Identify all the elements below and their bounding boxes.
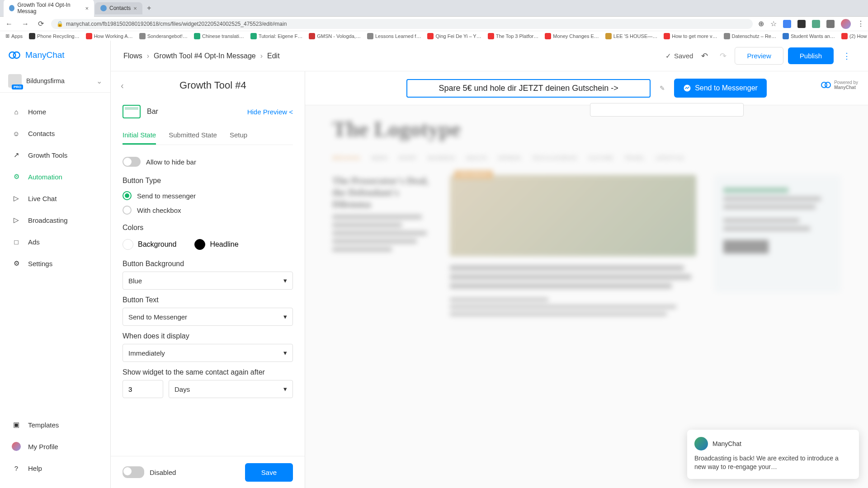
panel-body: Bar Hide Preview < Initial State Submitt… (111, 97, 305, 456)
tab-setup[interactable]: Setup (230, 127, 247, 145)
extension-icon[interactable] (783, 20, 791, 28)
preview-pane: ✎ Send to Messenger Powered by ManyChat (305, 71, 868, 488)
bar-thumb-icon (123, 105, 141, 118)
templates-icon: ▣ (12, 420, 21, 429)
bookmark-item[interactable]: Phone Recycling… (29, 33, 80, 39)
nav-help[interactable]: ?Help (0, 457, 110, 479)
background-color-picker[interactable]: Background (123, 239, 176, 250)
preview-button[interactable]: Preview (735, 47, 783, 65)
nav-home[interactable]: ⌂Home (0, 101, 110, 122)
bookmark-item[interactable]: How Working A… (86, 33, 133, 39)
favicon-icon (9, 5, 14, 11)
button-bg-select[interactable]: Blue ▾ (123, 272, 293, 290)
fake-site-title: The Logotype (332, 117, 841, 141)
nav-growth-tools[interactable]: ↗Growth Tools (0, 144, 110, 166)
zoom-icon[interactable]: ⊕ (758, 19, 764, 28)
sidebar: ManyChat PRO Bildungsfirma ⌄ ⌂Home ☺Cont… (0, 41, 111, 488)
hide-preview-button[interactable]: Hide Preview < (247, 108, 293, 116)
manychat-logo-icon (8, 49, 21, 61)
redo-button: ↷ (716, 49, 730, 63)
extension-icon[interactable] (826, 20, 835, 28)
radio-send-messenger[interactable]: Send to messenger (123, 188, 293, 203)
headline-color-picker[interactable]: Headline (194, 239, 238, 250)
show-again-row: Days ▾ (123, 380, 293, 398)
widget-type-label: Bar (147, 108, 241, 116)
nav-settings[interactable]: ⚙Settings (0, 253, 110, 274)
nav-ads[interactable]: □Ads (0, 231, 110, 253)
manychat-logo-icon (821, 80, 831, 90)
tab-title: Contacts (109, 5, 131, 11)
nav-live-chat[interactable]: ▷Live Chat (0, 188, 110, 209)
bookmark-item[interactable]: LEE 'S HOUSE—… (605, 33, 657, 39)
notification-toast[interactable]: ManyChat Broadcasting is back! We are ex… (687, 430, 859, 479)
publish-button[interactable]: Publish (788, 47, 834, 64)
toast-header: ManyChat (694, 437, 852, 450)
breadcrumb[interactable]: Flows (123, 52, 142, 60)
apps-icon[interactable]: ⊞ Apps (5, 33, 23, 39)
profile-avatar[interactable] (841, 19, 851, 29)
headline-input[interactable] (406, 79, 651, 98)
extension-icon[interactable] (812, 20, 820, 28)
tab-bar: Growth Tool #4 Opt-In Messag × Contacts … (0, 0, 868, 16)
color-swatch (194, 239, 205, 250)
disabled-label: Disabled (150, 469, 176, 476)
nav-broadcasting[interactable]: ▷Broadcasting (0, 209, 110, 231)
messenger-icon (683, 84, 691, 92)
bookmark-item[interactable]: How to get more v… (664, 33, 717, 39)
tab-submitted-state[interactable]: Submitted State (169, 127, 217, 145)
reload-icon[interactable]: ⟳ (36, 19, 46, 29)
nav-automation[interactable]: ⚙Automation (0, 166, 110, 188)
nav-contacts[interactable]: ☺Contacts (0, 122, 110, 144)
tab-initial-state[interactable]: Initial State (123, 127, 156, 145)
show-again-unit-select[interactable]: Days ▾ (169, 380, 293, 398)
back-button[interactable]: ‹ (121, 80, 124, 91)
autocomplete-dropdown[interactable] (590, 103, 744, 117)
logo[interactable]: ManyChat (0, 41, 110, 70)
undo-button[interactable]: ↶ (698, 49, 712, 63)
account-selector[interactable]: PRO Bildungsfirma ⌄ (0, 70, 110, 93)
contacts-icon: ☺ (12, 129, 21, 138)
bookmark-item[interactable]: Sonderangebot!… (139, 33, 188, 39)
more-icon[interactable]: ⋮ (838, 48, 855, 64)
save-button[interactable]: Save (245, 463, 293, 482)
profile-icon (12, 442, 21, 451)
when-display-select[interactable]: Immediately ▾ (123, 344, 293, 362)
nav-profile[interactable]: My Profile (0, 436, 110, 457)
bookmark-item[interactable]: Money Changes E… (545, 33, 599, 39)
chevron-right-icon: › (147, 52, 149, 60)
editor-panel: ‹ Growth Tool #4 Bar Hide Preview < Init… (111, 71, 305, 488)
pencil-icon[interactable]: ✎ (660, 84, 665, 92)
forward-icon[interactable]: → (20, 19, 31, 29)
menu-icon[interactable]: ⋮ (857, 19, 864, 28)
allow-hide-toggle[interactable] (123, 157, 141, 167)
url-input[interactable]: 🔒 manychat.com/fb198150208019206​18/cms/… (51, 19, 753, 29)
bookmark-item[interactable]: Tutorial: Eigene F… (250, 33, 302, 39)
new-tab-button[interactable]: + (143, 2, 155, 14)
panel-title: Growth Tool #4 (131, 80, 295, 91)
button-text-select[interactable]: Send to Messenger ▾ (123, 308, 293, 326)
breadcrumb[interactable]: Growth Tool #4 Opt-In Message (154, 52, 256, 60)
send-to-messenger-button[interactable]: Send to Messenger (674, 79, 767, 98)
show-again-number-input[interactable] (123, 380, 163, 398)
browser-tab-active[interactable]: Growth Tool #4 Opt-In Messag × (4, 0, 94, 17)
disabled-toggle[interactable] (123, 466, 144, 478)
svg-point-4 (825, 82, 830, 88)
bookmark-item[interactable]: (2) How To Add A… (841, 33, 868, 39)
bookmark-item[interactable]: The Top 3 Platfor… (488, 33, 539, 39)
close-icon[interactable]: × (85, 5, 89, 12)
star-icon[interactable]: ☆ (770, 19, 777, 28)
pro-badge: PRO (12, 84, 23, 89)
close-icon[interactable]: × (133, 5, 137, 12)
bookmark-item[interactable]: Datenschutz – Re… (724, 33, 776, 39)
bookmark-item[interactable]: Qing Fei De Yi – Y… (427, 33, 481, 39)
bookmark-item[interactable]: Lessons Learned f… (367, 33, 421, 39)
radio-with-checkbox[interactable]: With checkbox (123, 203, 293, 217)
bookmark-item[interactable]: Chinese translati… (194, 33, 244, 39)
back-icon[interactable]: ← (4, 19, 14, 29)
bookmark-item[interactable]: GMSN - Vologda,… (309, 33, 361, 39)
extension-icon[interactable] (797, 20, 806, 28)
address-bar: ← → ⟳ 🔒 manychat.com/fb198150208019206​1… (0, 16, 868, 31)
nav-templates[interactable]: ▣Templates (0, 414, 110, 436)
bookmark-item[interactable]: Student Wants an… (783, 33, 835, 39)
browser-tab[interactable]: Contacts × (95, 2, 142, 14)
